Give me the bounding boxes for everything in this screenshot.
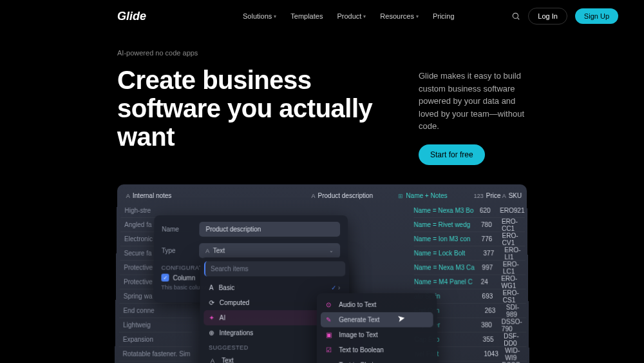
cell-price: 693 [482, 292, 502, 299]
cell-sku: WID-WI9 [505, 346, 527, 360]
tagline: AI-powered no code apps [117, 49, 527, 57]
cell-sku: ERO-CC1 [502, 217, 525, 231]
column-header: SKU [509, 191, 522, 199]
cell-name: Name = Nexa M3 Bo [413, 206, 480, 213]
cell-price: 24 [481, 278, 502, 285]
nav-product[interactable]: Product▾ [337, 12, 366, 20]
cell-price: 620 [480, 206, 500, 213]
type-select[interactable]: A Text ⌄ [199, 243, 340, 258]
table-row: Expansion [119, 332, 193, 346]
cell-price: 263 [485, 307, 507, 314]
site-header: Glide Solutions▾ Templates Product▾ Reso… [0, 0, 644, 32]
cell-price: 780 [481, 221, 502, 228]
cell-name: Name = Rivet wedg [413, 221, 481, 228]
column-header: Name + Notes [406, 191, 447, 199]
ai-action-icon: ⊙ [326, 300, 334, 308]
cell-price: 997 [482, 264, 502, 271]
category-icon: ⊕ [209, 329, 214, 336]
table-row: Name = Rivet wedg780ERO-CC1 [413, 217, 525, 231]
ai-option-audio-to-text[interactable]: ⊙Audio to Text [321, 297, 433, 311]
cell-name: Name = Nexa M3 Ca [414, 264, 482, 271]
cell-sku: ERO-LC1 [503, 260, 526, 274]
checkbox-label: Column [173, 274, 195, 281]
app-preview: AInternal notes AProduct description ⊞Na… [114, 184, 530, 364]
cell-price: 380 [481, 321, 502, 328]
type-label: Type [162, 247, 199, 254]
table-row: Name = Ion M3 con776ERO-CV1 [413, 232, 525, 246]
table-row: Name = Nexa M3 Ca997ERO-LC1 [414, 260, 526, 275]
text-type-icon: A [205, 248, 209, 254]
type-icon: A [209, 357, 216, 363]
column-header: Internal notes [133, 191, 172, 199]
cell-sku: ERO921 [500, 206, 525, 213]
table-row: Name = M4 Panel C24ERO-WG1 [414, 275, 526, 289]
formula-icon: ⊞ [398, 192, 403, 199]
ai-action-icon: ▣ [326, 331, 334, 338]
svg-line-1 [518, 17, 520, 19]
cell-price: 776 [481, 235, 502, 242]
number-type-icon: 123 [474, 192, 484, 199]
cell-name: Name = Lock Bolt [414, 250, 484, 257]
cell-price: 355 [483, 335, 504, 342]
signup-button[interactable]: Sign Up [575, 8, 618, 24]
cell-name: Name = M4 Panel C [414, 278, 481, 285]
category-icon: A [209, 284, 214, 291]
cell-sku: ERO-CS1 [502, 289, 526, 303]
table-row: Lightweig [119, 318, 192, 332]
column-header: Product description [318, 191, 374, 199]
text-type-icon: A [312, 192, 316, 199]
ai-option-generate-text[interactable]: ✎Generate Text [321, 312, 433, 327]
login-button[interactable]: Log In [528, 8, 567, 25]
cell-sku: ERO-LI1 [504, 246, 525, 260]
table-row: Name = Lock Bolt377ERO-LI1 [414, 246, 526, 260]
ai-action-icon: ☑ [326, 346, 334, 353]
search-input[interactable]: Search items [204, 261, 345, 276]
ai-submenu: ⊙Audio to Text✎Generate Text▣Image to Te… [317, 293, 438, 363]
table-row: End conne [119, 304, 192, 318]
start-free-button[interactable]: Start for free [419, 144, 485, 165]
ai-option-text-to-boolean[interactable]: ☑Text to Boolean [321, 342, 433, 357]
chevron-down-icon: ▾ [363, 14, 366, 19]
chevron-down-icon: ⌄ [329, 248, 334, 253]
search-icon[interactable] [511, 12, 520, 21]
table-row: Rotatable fastener. Sim [118, 347, 192, 361]
cell-sku: SDI-989 [506, 303, 526, 317]
checkbox-icon[interactable]: ✓ [161, 273, 169, 281]
cell-sku: DSSO-790 [502, 361, 527, 363]
nav-solutions[interactable]: Solutions▾ [243, 12, 276, 20]
hero-section: AI-powered no code apps Create business … [0, 32, 644, 165]
cell-sku: ERO-WG1 [501, 275, 526, 289]
ai-action-icon: ✎ [326, 316, 334, 323]
nav-templates[interactable]: Templates [290, 12, 323, 20]
chevron-right-icon: › [338, 284, 340, 291]
cell-name: Name = Ion M3 con [413, 235, 481, 242]
text-type-icon: A [502, 192, 506, 199]
main-nav: Solutions▾ Templates Product▾ Resources▾… [243, 12, 455, 20]
category-icon: ⟳ [209, 299, 214, 306]
page-title: Create business software you actually wa… [117, 66, 388, 151]
text-type-icon: A [126, 192, 130, 199]
cell-sku: ERO-CV1 [502, 231, 525, 246]
subheading: Glide makes it easy to build custom busi… [419, 70, 527, 133]
svg-point-0 [513, 13, 518, 18]
cell-sku: DSF-DD0 [504, 332, 526, 346]
cell-price: 1043 [484, 350, 505, 357]
nav-pricing[interactable]: Pricing [433, 12, 455, 20]
name-input[interactable]: Product description [199, 222, 340, 237]
cell-price: 377 [483, 250, 504, 257]
name-label: Name [162, 226, 199, 233]
chevron-down-icon: ▾ [274, 14, 276, 19]
ai-option-text-to-choice[interactable]: ≡Text to Choice [321, 357, 433, 363]
logo[interactable]: Glide [117, 10, 146, 23]
chevron-down-icon: ▾ [416, 14, 419, 19]
nav-resources[interactable]: Resources▾ [380, 12, 419, 20]
ai-option-image-to-text[interactable]: ▣Image to Text [321, 327, 433, 342]
category-icon: ✦ [209, 314, 214, 321]
table-row: Name = Nexa M3 Bo620ERO921 [413, 203, 525, 217]
check-icon: ✓ [331, 284, 336, 291]
cell-sku: DSSO-790 [502, 317, 527, 331]
